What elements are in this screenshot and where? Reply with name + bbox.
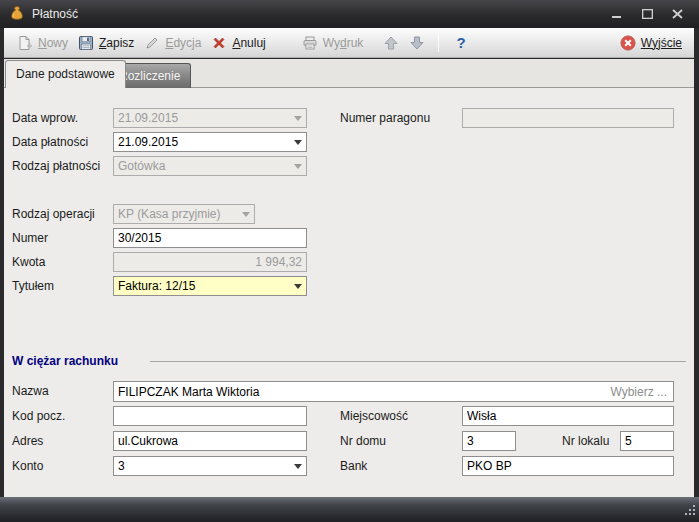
label-bank: Bank — [340, 459, 367, 473]
wybierz-button[interactable]: Wybierz ... — [604, 385, 673, 399]
label-adres: Adres — [12, 434, 43, 448]
label-kod-pocz: Kod pocz. — [12, 409, 65, 423]
cancel-x-icon — [211, 35, 227, 51]
nr-lokalu-input[interactable] — [620, 431, 674, 451]
arrow-up-icon — [383, 35, 399, 51]
miejscowosc-input[interactable] — [462, 406, 674, 426]
bank-input[interactable] — [462, 456, 674, 476]
label-nazwa: Nazwa — [12, 384, 49, 398]
chevron-down-icon — [290, 157, 306, 175]
kwota-input[interactable] — [113, 252, 307, 272]
nr-domu-input[interactable] — [462, 431, 516, 451]
move-down-button[interactable] — [404, 32, 430, 54]
arrow-down-icon — [409, 35, 425, 51]
minimize-button[interactable] — [609, 7, 625, 21]
label-tytulem: Tytułem — [12, 279, 54, 293]
data-wprow-combo[interactable]: 21.09.2015 — [113, 108, 307, 128]
new-button[interactable]: Nowy — [12, 32, 73, 54]
exit-button-label: Wyjście — [641, 36, 682, 50]
kod-pocz-input[interactable] — [113, 406, 307, 426]
tab-dane-podstawowe[interactable]: Dane podstawowe — [5, 60, 126, 88]
edit-pencil-icon — [144, 35, 160, 51]
nazwa-field[interactable]: FILIPCZAK Marta Wiktoria Wybierz ... — [113, 381, 674, 402]
tytulem-combo[interactable]: Faktura: 12/15 — [113, 276, 307, 296]
new-document-icon — [17, 35, 33, 51]
chevron-down-icon — [290, 133, 306, 151]
close-button[interactable] — [669, 7, 685, 21]
payment-window: Płatność Nowy — [0, 0, 699, 522]
label-data-wprow: Data wprow. — [12, 111, 78, 125]
exit-button[interactable]: Wyjście — [616, 32, 686, 54]
chevron-down-icon — [238, 205, 254, 223]
money-bag-icon — [8, 5, 26, 23]
window-title: Płatność — [32, 7, 78, 21]
label-miejscowosc: Miejscowość — [340, 409, 408, 423]
window-controls — [609, 7, 693, 21]
chevron-down-icon — [290, 277, 306, 295]
numer-input[interactable] — [113, 228, 307, 248]
statusbar — [0, 497, 699, 522]
label-numer: Numer — [12, 231, 48, 245]
exit-red-x-icon — [620, 35, 636, 51]
move-up-button[interactable] — [378, 32, 404, 54]
label-data-platnosci: Data płatności — [12, 135, 88, 149]
rodzaj-operacji-combo[interactable]: KP (Kasa przyjmie) — [113, 204, 255, 224]
maximize-button[interactable] — [639, 7, 655, 21]
section-title-w-ciezar-rachunku: W ciężar rachunku — [12, 354, 118, 368]
cancel-button[interactable]: Anuluj — [206, 32, 270, 54]
label-nr-lokalu: Nr lokalu — [562, 434, 609, 448]
chevron-down-icon — [290, 109, 306, 127]
label-kwota: Kwota — [12, 255, 45, 269]
toolbar-separator — [438, 34, 439, 52]
section-divider — [150, 361, 686, 362]
data-platnosci-combo[interactable]: 21.09.2015 — [113, 132, 307, 152]
label-nr-domu: Nr domu — [340, 434, 386, 448]
form-panel: Data wprow. 21.09.2015 Numer paragonu Da… — [4, 87, 694, 497]
numer-paragonu-input[interactable] — [462, 108, 674, 128]
help-button[interactable]: ? — [447, 31, 474, 54]
label-rodzaj-operacji: Rodzaj operacji — [12, 207, 95, 221]
save-button[interactable]: Zapisz — [73, 32, 139, 54]
titlebar: Płatność — [0, 0, 699, 28]
edit-button[interactable]: Edycja — [139, 32, 206, 54]
rodzaj-platnosci-combo[interactable]: Gotówka — [113, 156, 307, 176]
printer-icon — [302, 35, 318, 51]
tabstrip: Dane podstawowe Rozliczenie — [4, 59, 694, 87]
label-konto: Konto — [12, 459, 43, 473]
help-question-icon: ? — [452, 34, 469, 51]
print-button[interactable]: Wydruk — [297, 32, 369, 54]
adres-input[interactable] — [113, 431, 307, 451]
konto-combo[interactable]: 3 — [113, 456, 307, 476]
label-rodzaj-platnosci: Rodzaj płatności — [12, 159, 100, 173]
label-numer-paragonu: Numer paragonu — [340, 111, 430, 125]
toolbar: Nowy Zapisz Edycja — [4, 28, 694, 58]
chevron-down-icon — [290, 457, 306, 475]
save-icon — [78, 35, 94, 51]
resize-grip-icon[interactable] — [683, 503, 696, 519]
